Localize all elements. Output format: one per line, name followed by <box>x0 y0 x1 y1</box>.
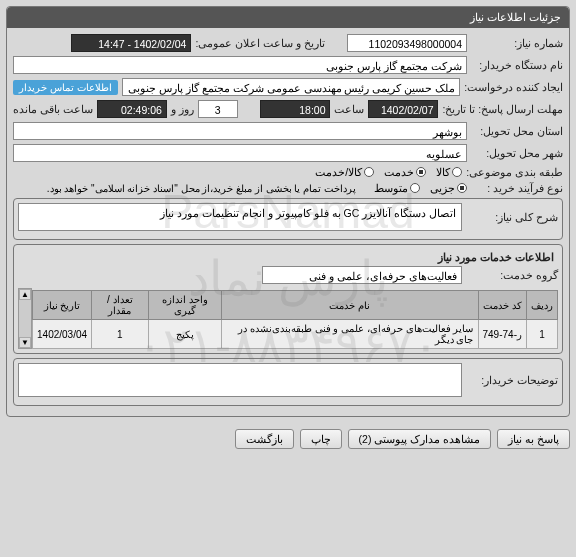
subject-type-label: طبقه بندی موضوعی: <box>466 166 563 178</box>
services-table: ردیف کد خدمت نام خدمت واحد اندازه گیری ت… <box>32 290 558 349</box>
deadline-remain-label: ساعت باقی مانده <box>13 103 93 115</box>
row-reqno-announce: شماره نیاز: 1102093498000004 تاریخ و ساع… <box>13 34 563 52</box>
main-desc-label: شرح کلی نیاز: <box>466 211 558 223</box>
radio-service[interactable]: خدمت <box>384 166 426 178</box>
province-value: بوشهر <box>13 122 467 140</box>
main-desc-value: اتصال دستگاه آنالایزر GC به فلو کامپیوتر… <box>18 203 462 231</box>
deadline-time: 02:49:06 <box>97 100 167 118</box>
print-button[interactable]: چاپ <box>300 429 342 449</box>
table-scrollbar[interactable]: ▲ ▼ <box>18 288 32 349</box>
reqno-label: شماره نیاز: <box>471 37 563 49</box>
deadline-days: 3 <box>198 100 238 118</box>
city-label: شهر محل تحویل: <box>471 147 563 159</box>
th-row: ردیف <box>527 291 558 320</box>
main-desc-panel: شرح کلی نیاز: اتصال دستگاه آنالایزر GC ب… <box>13 198 563 240</box>
main-panel: جزئیات اطلاعات نیاز شماره نیاز: 11020934… <box>6 6 570 417</box>
th-unit: واحد اندازه گیری <box>148 291 221 320</box>
buyer-notes-value <box>18 363 462 397</box>
radio-medium[interactable]: متوسط <box>374 182 420 194</box>
deadline-hour-label: ساعت <box>334 103 364 115</box>
attachments-button[interactable]: مشاهده مدارک پیوستی (2) <box>348 429 492 449</box>
process-type-radios: جزیی متوسط <box>374 182 467 194</box>
service-group-value: فعالیت‌های حرفه‌ای، علمی و فنی <box>262 266 462 284</box>
deadline-days-label: روز و <box>171 103 194 115</box>
buyer-notes-panel: توضیحات خریدار: <box>13 358 563 406</box>
th-qty: تعداد / مقدار <box>92 291 148 320</box>
row-province: استان محل تحویل: بوشهر <box>13 122 563 140</box>
radio-minor[interactable]: جزیی <box>430 182 467 194</box>
th-code: کد خدمت <box>478 291 527 320</box>
row-subject-type: طبقه بندی موضوعی: کالا خدمت کالا/خدمت <box>13 166 563 178</box>
services-header: اطلاعات خدمات مورد نیاز <box>18 249 558 266</box>
panel-title: جزئیات اطلاعات نیاز <box>7 7 569 28</box>
announce-label: تاریخ و ساعت اعلان عمومی: <box>195 37 325 49</box>
table-row[interactable]: 1 ر-74-749 سایر فعالیت‌های حرفه‌ای، علمی… <box>33 320 558 349</box>
back-button[interactable]: بازگشت <box>235 429 294 449</box>
process-type-label: نوع فرآیند خرید : <box>471 182 563 194</box>
creator-value: ملک حسین کریمی رئیس مهندسی عمومی شرکت مج… <box>122 78 461 96</box>
radio-goods[interactable]: کالا <box>436 166 462 178</box>
th-name: نام خدمت <box>221 291 478 320</box>
reqno-value: 1102093498000004 <box>347 34 467 52</box>
deadline-date: 1402/02/07 <box>368 100 438 118</box>
scroll-down-icon[interactable]: ▼ <box>19 337 31 348</box>
row-process-type: نوع فرآیند خرید : جزیی متوسط پرداخت تمام… <box>13 182 563 194</box>
deadline-hour: 18:00 <box>260 100 330 118</box>
row-creator: ایجاد کننده درخواست: ملک حسین کریمی رئیس… <box>13 78 563 96</box>
buyer-notes-label: توضیحات خریدار: <box>466 374 558 386</box>
row-city: شهر محل تحویل: عسلویه <box>13 144 563 162</box>
process-note: پرداخت تمام یا بخشی از مبلغ خرید،از محل … <box>47 183 356 194</box>
reply-button[interactable]: پاسخ به نیاز <box>497 429 570 449</box>
scroll-up-icon[interactable]: ▲ <box>19 289 31 300</box>
service-group-label: گروه خدمت: <box>466 269 558 281</box>
row-deadline: مهلت ارسال پاسخ: تا تاریخ: 1402/02/07 سا… <box>13 100 563 118</box>
province-label: استان محل تحویل: <box>471 125 563 137</box>
subject-type-radios: کالا خدمت کالا/خدمت <box>315 166 462 178</box>
radio-both[interactable]: کالا/خدمت <box>315 166 374 178</box>
footer-buttons: پاسخ به نیاز مشاهده مدارک پیوستی (2) چاپ… <box>0 423 576 455</box>
city-value: عسلویه <box>13 144 467 162</box>
th-date: تاریخ نیاز <box>33 291 92 320</box>
deadline-label: مهلت ارسال پاسخ: تا تاریخ: <box>442 103 563 115</box>
services-panel: اطلاعات خدمات مورد نیاز گروه خدمت: فعالی… <box>13 244 563 354</box>
creator-label: ایجاد کننده درخواست: <box>464 81 563 93</box>
announce-value: 1402/02/04 - 14:47 <box>71 34 191 52</box>
row-buyer: نام دستگاه خریدار: شرکت مجتمع گاز پارس ج… <box>13 56 563 74</box>
buyer-value: شرکت مجتمع گاز پارس جنوبی <box>13 56 467 74</box>
contact-link[interactable]: اطلاعات تماس خریدار <box>13 80 118 95</box>
buyer-label: نام دستگاه خریدار: <box>471 59 563 71</box>
